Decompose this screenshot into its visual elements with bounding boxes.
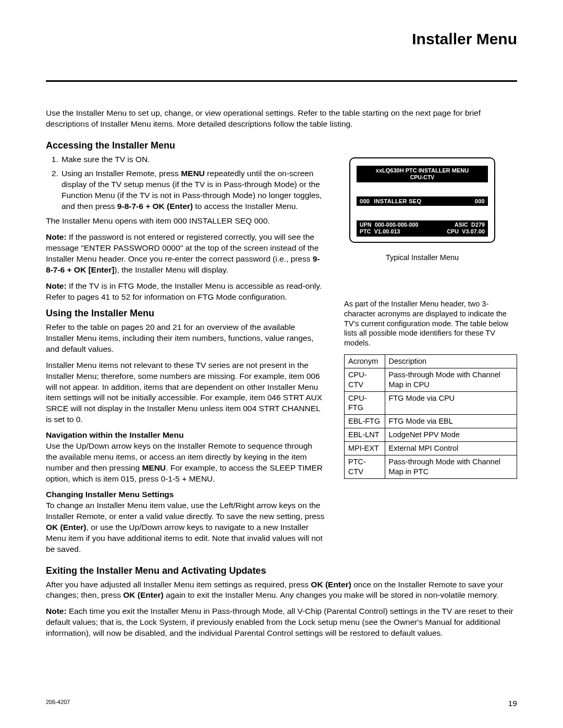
- note-2: Note: If the TV is in FTG Mode, the Inst…: [46, 281, 325, 303]
- step2-key-seq: 9-8-7-6 + OK (Enter): [117, 202, 193, 211]
- note1-text-a: If the password is not entered or regist…: [46, 232, 319, 263]
- step-1: Make sure the TV is ON.: [60, 154, 325, 165]
- nav-paragraph: Use the Up/Down arrow keys on the Instal…: [46, 441, 325, 485]
- opens-paragraph: The Installer Menu opens with item 000 I…: [46, 216, 325, 227]
- note-1: Note: If the password is not entered or …: [46, 232, 325, 276]
- ptc-val: V1.00.013: [374, 228, 400, 235]
- menu-header: xxLQ630H PTC INSTALLER MENU CPU-CTV: [357, 166, 488, 182]
- footer-page-number: 19: [508, 699, 517, 708]
- page-title: Installer Menu: [46, 30, 517, 48]
- asic-val: D279: [471, 221, 485, 228]
- step2-menu-key: MENU: [181, 169, 205, 178]
- heading-accessing: Accessing the Installer Menu: [46, 140, 517, 151]
- heading-exiting: Exiting the Installer Menu and Activatin…: [46, 565, 517, 576]
- cpu-label: CPU: [447, 228, 459, 235]
- change-text-a: To change an Installer Menu item value, …: [46, 501, 324, 521]
- exit-ok1: OK (Enter): [311, 580, 351, 589]
- step2-text-c: to access the Installer Menu.: [193, 202, 298, 211]
- th-acronym: Acronym: [345, 355, 385, 368]
- cell-desc: FTG Mode via CPU: [385, 391, 517, 415]
- cell-desc: External MPI Control: [385, 441, 517, 455]
- exit-text-a: After you have adjusted all Installer Me…: [46, 580, 311, 589]
- table-row: MPI-EXTExternal MPI Control: [345, 441, 517, 455]
- menu-header-line1: xxLQ630H PTC INSTALLER MENU: [376, 167, 469, 174]
- acronym-table: Acronym Description CPU-CTVPass-through …: [344, 354, 517, 478]
- menu-item-val: 000: [466, 198, 485, 204]
- table-intro: As part of the Installer Menu header, tw…: [344, 299, 516, 348]
- table-header-row: Acronym Description: [345, 355, 517, 368]
- menu-item-num: 000: [360, 198, 370, 204]
- menu-item-label: INSTALLER SEQ: [374, 198, 421, 204]
- footer-doc-number: 206-4207: [46, 699, 70, 708]
- heading-using: Using the Installer Menu: [46, 308, 325, 319]
- nav-menu-key: MENU: [142, 463, 166, 472]
- ptc-label: PTC: [360, 228, 371, 235]
- using-p2: Installer Menu items not relevant to the…: [46, 360, 325, 426]
- horizontal-rule: [46, 80, 517, 82]
- table-row: CPU-CTVPass-through Mode with Channel Ma…: [345, 368, 517, 391]
- exit-note-label: Note:: [46, 607, 67, 615]
- cell-acronym: CPU-FTG: [345, 391, 385, 415]
- cell-desc: FTG Mode via EBL: [385, 415, 517, 428]
- exit-note: Note: Each time you exit the Installer M…: [46, 606, 517, 639]
- step2-text-a: Using an Installer Remote, press: [62, 169, 181, 178]
- menu-caption: Typical Installer Menu: [344, 253, 500, 262]
- cell-desc: Pass-through Mode with Channel Map in CP…: [385, 368, 517, 391]
- cell-desc: LodgeNet PPV Mode: [385, 428, 517, 442]
- upn-val: 000-000-000-000: [375, 221, 419, 228]
- subhead-changing: Changing Installer Menu Settings: [46, 490, 325, 499]
- page-footer: 206-4207 19: [46, 699, 517, 708]
- cell-acronym: PTC-CTV: [345, 455, 385, 478]
- right-column: xxLQ630H PTC INSTALLER MENU CPU-CTV 000 …: [344, 154, 517, 560]
- note1-text-b: ), the Installer Menu will display.: [114, 265, 228, 274]
- using-p1: Refer to the table on pages 20 and 21 fo…: [46, 322, 325, 355]
- exit-note-text: Each time you exit the Installer Menu in…: [46, 607, 513, 637]
- cell-acronym: EBL-FTG: [345, 415, 385, 428]
- exit-text-c: again to exit the Installer Menu. Any ch…: [164, 590, 498, 599]
- note2-text: If the TV is in FTG Mode, the Installer …: [46, 281, 322, 301]
- exit-ok2: OK (Enter): [123, 590, 164, 599]
- note1-label: Note:: [46, 232, 67, 241]
- table-row: EBL-FTGFTG Mode via EBL: [345, 415, 517, 428]
- left-column: Make sure the TV is ON. Using an Install…: [46, 154, 325, 560]
- menu-header-line2: CPU-CTV: [359, 174, 486, 181]
- table-row: CPU-FTGFTG Mode via CPU: [345, 391, 517, 415]
- cpu-val: V3.07.00: [462, 228, 485, 235]
- cell-acronym: CPU-CTV: [345, 368, 385, 391]
- menu-footer: UPN 000-000-000-000 ASIC D279 PTC V1.00.…: [357, 220, 488, 237]
- change-ok-key: OK (Enter): [46, 523, 87, 532]
- installer-menu-screenshot: xxLQ630H PTC INSTALLER MENU CPU-CTV 000 …: [349, 157, 495, 243]
- table-row: EBL-LNTLodgeNet PPV Mode: [345, 428, 517, 442]
- note2-label: Note:: [46, 281, 67, 290]
- table-row: PTC-CTVPass-through Mode with Channel Ma…: [345, 455, 517, 478]
- exit-p1: After you have adjusted all Installer Me…: [46, 579, 517, 601]
- step-2: Using an Installer Remote, press MENU re…: [60, 168, 325, 212]
- change-text-b: , or use the Up/Down arrow keys to navig…: [46, 523, 323, 553]
- menu-item-line: 000 INSTALLER SEQ 000: [357, 196, 488, 206]
- cell-desc: Pass-through Mode with Channel Map in PT…: [385, 455, 517, 478]
- change-paragraph: To change an Installer Menu item value, …: [46, 500, 325, 555]
- access-steps: Make sure the TV is ON. Using an Install…: [46, 154, 325, 212]
- cell-acronym: EBL-LNT: [345, 428, 385, 442]
- intro-paragraph: Use the Installer Menu to set up, change…: [46, 108, 505, 130]
- asic-label: ASIC: [455, 221, 468, 228]
- subhead-navigation: Navigation within the Installer Menu: [46, 430, 325, 440]
- th-description: Description: [385, 355, 517, 368]
- cell-acronym: MPI-EXT: [345, 441, 385, 455]
- upn-label: UPN: [360, 221, 372, 228]
